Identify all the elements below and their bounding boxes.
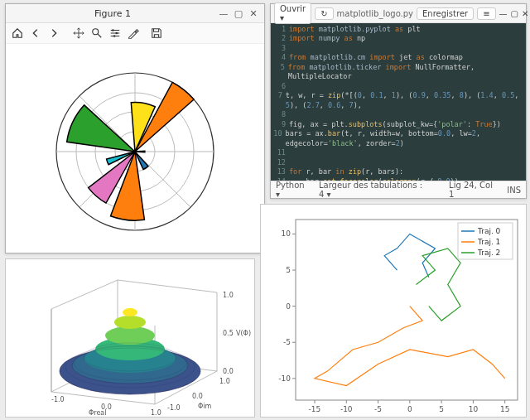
trajectories-plot: -15-10-5051015-10-50510 Traj. 0Traj. 1Tr… [260,204,527,418]
svg-text:10: 10 [469,405,479,413]
hamburger-icon[interactable]: ≡ [477,7,495,20]
svg-text:5: 5 [439,405,444,413]
zlabel: V(Φ) [236,330,251,337]
figure-title: Figure 1 [11,8,214,19]
back-icon[interactable] [27,25,44,41]
svg-text:-1.0: -1.0 [51,396,65,403]
filename-label: matplotlib_logo.py [337,9,414,18]
svg-text:0.0: 0.0 [223,368,234,375]
save-icon[interactable] [148,25,165,41]
recent-icon[interactable]: ↻ [315,7,333,20]
svg-text:-1.0: -1.0 [167,404,181,412]
code-editor[interactable]: 1import matplotlib.pyplot as plt2import … [271,23,526,181]
open-button[interactable]: Ouvrir ▾ [274,2,311,24]
editor-window: Ouvrir ▾ ↻ matplotlib_logo.py Enregistre… [270,3,527,199]
editor-maximize-icon[interactable]: ▢ [511,9,518,18]
svg-point-20 [105,326,155,345]
svg-text:10: 10 [282,229,292,238]
forward-icon[interactable] [46,25,62,41]
svg-text:Traj. 2: Traj. 2 [477,249,500,257]
editor-close-icon[interactable]: ✕ [522,9,528,18]
home-icon[interactable] [9,25,26,41]
editor-minimize-icon[interactable]: — [499,9,508,18]
svg-text:-15: -15 [309,405,321,413]
svg-text:15: 15 [500,405,509,413]
svg-text:1.0: 1.0 [151,409,161,417]
maximize-icon[interactable]: ▢ [233,7,244,19]
svg-text:5: 5 [286,266,291,274]
svg-text:1.0: 1.0 [219,378,230,385]
figure-window: Figure 1 — ▢ ✕ [5,3,265,253]
zoom-icon[interactable] [89,25,105,41]
surface3d-plot: -1.00.01.0 -1.00.01.0 0.00.51.0 Φreal Φi… [5,258,255,418]
status-cursor: Lig 24, Col 1 [449,181,497,199]
svg-text:-5: -5 [374,405,382,413]
figure-titlebar[interactable]: Figure 1 — ▢ ✕ [6,4,264,23]
svg-point-22 [123,308,137,316]
editor-titlebar[interactable]: Ouvrir ▾ ↻ matplotlib_logo.py Enregistre… [271,4,526,23]
svg-point-0 [93,29,99,35]
save-button[interactable]: Enregistrer [417,7,474,20]
ylabel: Φim [198,403,212,410]
svg-point-3 [113,35,116,37]
edit-icon[interactable] [125,25,142,41]
svg-point-21 [114,316,146,329]
svg-text:-10: -10 [340,405,353,413]
svg-text:Traj. 1: Traj. 1 [477,238,500,246]
svg-point-2 [115,32,118,35]
status-tabs[interactable]: Largeur des tabulations : 4 ▾ [319,181,429,199]
svg-text:0: 0 [407,405,412,413]
xlabel: Φreal [89,409,106,417]
svg-text:Traj. 0: Traj. 0 [477,227,501,235]
svg-text:0: 0 [286,302,291,311]
editor-statusbar: Python ▾ Largeur des tabulations : 4 ▾ L… [271,181,526,198]
svg-text:-5: -5 [283,338,291,346]
svg-text:0.5: 0.5 [223,330,234,337]
svg-point-1 [112,29,114,31]
status-lang[interactable]: Python ▾ [276,181,309,199]
svg-text:-10: -10 [278,374,291,383]
minimize-icon[interactable]: — [218,7,229,19]
polar-rose-plot [6,44,264,253]
configure-icon[interactable] [107,25,123,41]
status-mode: INS [507,186,521,195]
pan-icon[interactable] [70,25,87,41]
svg-text:0.0: 0.0 [192,393,203,400]
svg-text:1.0: 1.0 [223,292,234,299]
close-icon[interactable]: ✕ [248,7,259,19]
figure-toolbar [6,23,264,44]
